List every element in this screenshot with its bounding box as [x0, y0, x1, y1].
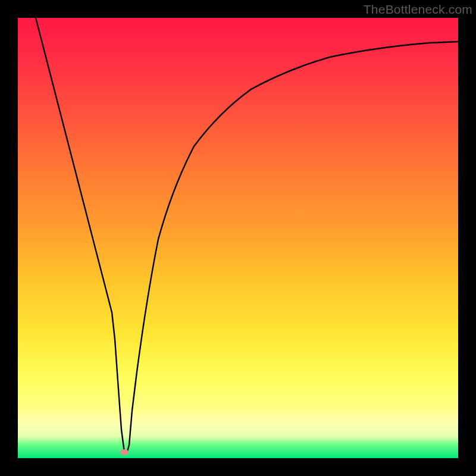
gradient-plot-area	[18, 18, 458, 458]
chart-container: TheBottleneck.com	[0, 0, 476, 476]
